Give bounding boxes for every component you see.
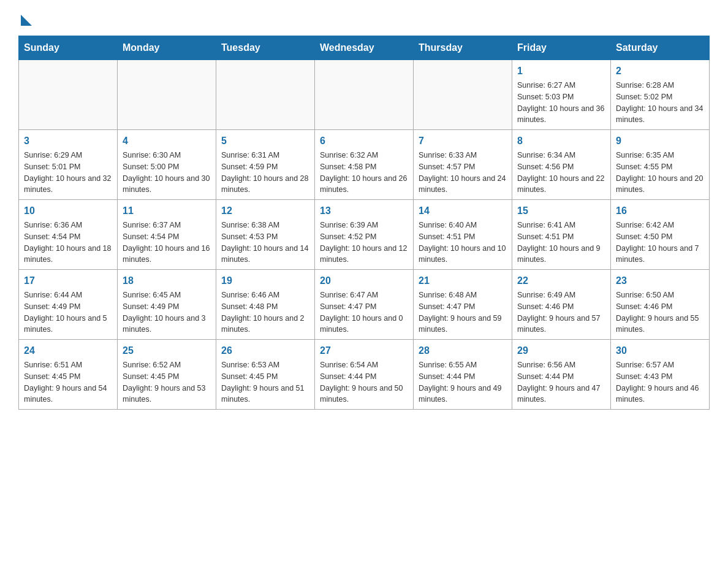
calendar-cell: 14Sunrise: 6:40 AMSunset: 4:51 PMDayligh… xyxy=(414,200,512,270)
calendar-cell: 20Sunrise: 6:47 AMSunset: 4:47 PMDayligh… xyxy=(315,270,414,340)
calendar-cell: 27Sunrise: 6:54 AMSunset: 4:44 PMDayligh… xyxy=(315,340,414,410)
day-number: 24 xyxy=(24,343,112,358)
day-number: 2 xyxy=(616,64,704,79)
logo xyxy=(18,12,32,23)
day-number: 20 xyxy=(320,274,408,288)
calendar-cell: 13Sunrise: 6:39 AMSunset: 4:52 PMDayligh… xyxy=(315,200,414,270)
weekday-header-friday: Friday xyxy=(512,36,611,60)
day-info: Sunrise: 6:57 AMSunset: 4:43 PMDaylight:… xyxy=(616,359,704,405)
day-number: 13 xyxy=(320,204,408,218)
calendar-cell: 26Sunrise: 6:53 AMSunset: 4:45 PMDayligh… xyxy=(216,340,315,410)
calendar-cell xyxy=(414,60,512,130)
calendar-cell: 15Sunrise: 6:41 AMSunset: 4:51 PMDayligh… xyxy=(512,200,611,270)
weekday-header-tuesday: Tuesday xyxy=(216,36,315,60)
calendar-cell: 18Sunrise: 6:45 AMSunset: 4:49 PMDayligh… xyxy=(118,270,216,340)
day-info: Sunrise: 6:49 AMSunset: 4:46 PMDaylight:… xyxy=(517,289,605,335)
day-number: 18 xyxy=(123,274,211,288)
day-number: 15 xyxy=(517,204,605,218)
weekday-header-saturday: Saturday xyxy=(611,36,710,60)
day-number: 8 xyxy=(517,134,605,148)
day-number: 28 xyxy=(419,343,507,358)
day-info: Sunrise: 6:44 AMSunset: 4:49 PMDaylight:… xyxy=(24,289,112,335)
day-info: Sunrise: 6:29 AMSunset: 5:01 PMDaylight:… xyxy=(24,150,112,196)
day-info: Sunrise: 6:52 AMSunset: 4:45 PMDaylight:… xyxy=(123,359,211,405)
day-info: Sunrise: 6:34 AMSunset: 4:56 PMDaylight:… xyxy=(517,150,605,196)
day-number: 17 xyxy=(24,274,112,288)
day-info: Sunrise: 6:51 AMSunset: 4:45 PMDaylight:… xyxy=(24,359,112,405)
calendar-table: SundayMondayTuesdayWednesdayThursdayFrid… xyxy=(18,36,710,410)
calendar-cell: 30Sunrise: 6:57 AMSunset: 4:43 PMDayligh… xyxy=(611,340,710,410)
calendar-cell: 29Sunrise: 6:56 AMSunset: 4:44 PMDayligh… xyxy=(512,340,611,410)
header xyxy=(18,12,710,23)
calendar-cell: 7Sunrise: 6:33 AMSunset: 4:57 PMDaylight… xyxy=(414,130,512,200)
day-info: Sunrise: 6:54 AMSunset: 4:44 PMDaylight:… xyxy=(320,359,408,405)
calendar-cell: 24Sunrise: 6:51 AMSunset: 4:45 PMDayligh… xyxy=(19,340,118,410)
day-number: 22 xyxy=(517,274,605,288)
day-number: 25 xyxy=(123,343,211,358)
calendar-cell: 12Sunrise: 6:38 AMSunset: 4:53 PMDayligh… xyxy=(216,200,315,270)
weekday-header-row: SundayMondayTuesdayWednesdayThursdayFrid… xyxy=(19,36,710,60)
day-info: Sunrise: 6:46 AMSunset: 4:48 PMDaylight:… xyxy=(221,289,309,335)
day-number: 16 xyxy=(616,204,704,218)
calendar-cell: 17Sunrise: 6:44 AMSunset: 4:49 PMDayligh… xyxy=(19,270,118,340)
calendar-cell: 6Sunrise: 6:32 AMSunset: 4:58 PMDaylight… xyxy=(315,130,414,200)
weekday-header-monday: Monday xyxy=(118,36,216,60)
day-info: Sunrise: 6:42 AMSunset: 4:50 PMDaylight:… xyxy=(616,220,704,266)
weekday-header-wednesday: Wednesday xyxy=(315,36,414,60)
day-number: 3 xyxy=(24,134,112,148)
weekday-header-sunday: Sunday xyxy=(19,36,118,60)
week-row-5: 24Sunrise: 6:51 AMSunset: 4:45 PMDayligh… xyxy=(19,340,710,410)
day-info: Sunrise: 6:56 AMSunset: 4:44 PMDaylight:… xyxy=(517,359,605,405)
day-info: Sunrise: 6:45 AMSunset: 4:49 PMDaylight:… xyxy=(123,289,211,335)
calendar-cell: 10Sunrise: 6:36 AMSunset: 4:54 PMDayligh… xyxy=(19,200,118,270)
day-info: Sunrise: 6:50 AMSunset: 4:46 PMDaylight:… xyxy=(616,289,704,335)
day-info: Sunrise: 6:31 AMSunset: 4:59 PMDaylight:… xyxy=(221,150,309,196)
calendar-cell: 23Sunrise: 6:50 AMSunset: 4:46 PMDayligh… xyxy=(611,270,710,340)
day-number: 1 xyxy=(517,64,605,79)
day-info: Sunrise: 6:41 AMSunset: 4:51 PMDaylight:… xyxy=(517,220,605,266)
day-info: Sunrise: 6:39 AMSunset: 4:52 PMDaylight:… xyxy=(320,220,408,266)
day-info: Sunrise: 6:47 AMSunset: 4:47 PMDaylight:… xyxy=(320,289,408,335)
day-number: 19 xyxy=(221,274,309,288)
day-number: 4 xyxy=(123,134,211,148)
day-info: Sunrise: 6:38 AMSunset: 4:53 PMDaylight:… xyxy=(221,220,309,266)
day-info: Sunrise: 6:55 AMSunset: 4:44 PMDaylight:… xyxy=(419,359,507,405)
calendar-cell xyxy=(216,60,315,130)
day-number: 7 xyxy=(419,134,507,148)
week-row-4: 17Sunrise: 6:44 AMSunset: 4:49 PMDayligh… xyxy=(19,270,710,340)
day-number: 21 xyxy=(419,274,507,288)
calendar-cell: 25Sunrise: 6:52 AMSunset: 4:45 PMDayligh… xyxy=(118,340,216,410)
day-number: 11 xyxy=(123,204,211,218)
day-info: Sunrise: 6:48 AMSunset: 4:47 PMDaylight:… xyxy=(419,289,507,335)
day-number: 23 xyxy=(616,274,704,288)
day-info: Sunrise: 6:30 AMSunset: 5:00 PMDaylight:… xyxy=(123,150,211,196)
calendar-cell: 19Sunrise: 6:46 AMSunset: 4:48 PMDayligh… xyxy=(216,270,315,340)
week-row-3: 10Sunrise: 6:36 AMSunset: 4:54 PMDayligh… xyxy=(19,200,710,270)
calendar-cell: 11Sunrise: 6:37 AMSunset: 4:54 PMDayligh… xyxy=(118,200,216,270)
day-info: Sunrise: 6:35 AMSunset: 4:55 PMDaylight:… xyxy=(616,150,704,196)
week-row-2: 3Sunrise: 6:29 AMSunset: 5:01 PMDaylight… xyxy=(19,130,710,200)
day-number: 26 xyxy=(221,343,309,358)
calendar-cell xyxy=(315,60,414,130)
day-number: 10 xyxy=(24,204,112,218)
day-info: Sunrise: 6:40 AMSunset: 4:51 PMDaylight:… xyxy=(419,220,507,266)
day-number: 12 xyxy=(221,204,309,218)
day-number: 6 xyxy=(320,134,408,148)
day-number: 14 xyxy=(419,204,507,218)
calendar-cell: 3Sunrise: 6:29 AMSunset: 5:01 PMDaylight… xyxy=(19,130,118,200)
calendar-cell: 28Sunrise: 6:55 AMSunset: 4:44 PMDayligh… xyxy=(414,340,512,410)
calendar-cell: 2Sunrise: 6:28 AMSunset: 5:02 PMDaylight… xyxy=(611,60,710,130)
calendar-cell xyxy=(118,60,216,130)
calendar-cell: 1Sunrise: 6:27 AMSunset: 5:03 PMDaylight… xyxy=(512,60,611,130)
day-info: Sunrise: 6:27 AMSunset: 5:03 PMDaylight:… xyxy=(517,80,605,126)
logo-arrow-icon xyxy=(21,15,32,26)
weekday-header-thursday: Thursday xyxy=(414,36,512,60)
day-info: Sunrise: 6:28 AMSunset: 5:02 PMDaylight:… xyxy=(616,80,704,126)
calendar-cell: 9Sunrise: 6:35 AMSunset: 4:55 PMDaylight… xyxy=(611,130,710,200)
day-info: Sunrise: 6:33 AMSunset: 4:57 PMDaylight:… xyxy=(419,150,507,196)
day-info: Sunrise: 6:53 AMSunset: 4:45 PMDaylight:… xyxy=(221,359,309,405)
calendar-cell xyxy=(19,60,118,130)
day-number: 5 xyxy=(221,134,309,148)
calendar-cell: 16Sunrise: 6:42 AMSunset: 4:50 PMDayligh… xyxy=(611,200,710,270)
calendar-cell: 4Sunrise: 6:30 AMSunset: 5:00 PMDaylight… xyxy=(118,130,216,200)
